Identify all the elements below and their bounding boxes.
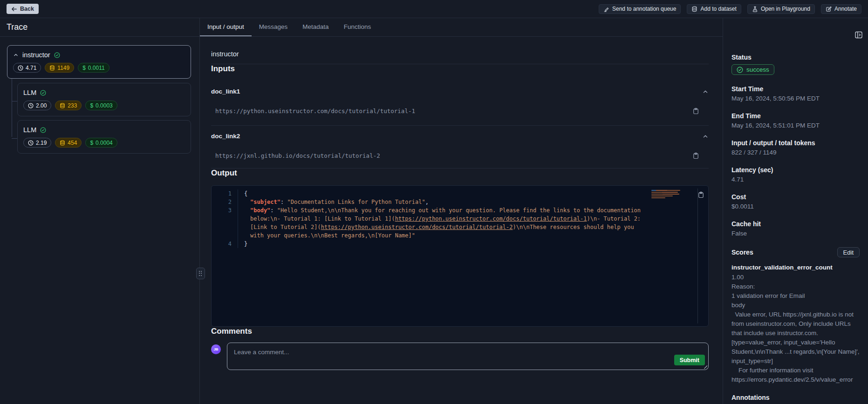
annotation-queue-icon [603,6,609,12]
panel-field-label: Cost [731,193,860,201]
trace-span-llm-2[interactable]: LLM 2.19 454 [17,120,191,154]
edit-scores-button[interactable]: Edit [837,247,860,257]
panel-fields: Start TimeMay 16, 2024, 5:50:56 PM EDTEn… [731,85,860,237]
span-badges: 2.00 233 $ 0.0003 [23,101,185,110]
code-text: } [238,240,247,248]
action-label: Send to annotation queue [612,6,676,12]
flask-icon [752,6,758,12]
latency-badge: 4.71 [13,63,41,73]
collapse-panel-icon[interactable] [854,31,863,39]
panel-field-label: Input / output / total tokens [731,139,860,147]
panel-field-value: 822 / 327 / 1149 [731,149,860,156]
score-reason-label: Reason: [731,282,860,291]
tokens-badge: 454 [55,138,82,148]
input-field-doc-link2: doc_link2 [211,133,709,140]
code-text: "subject": "Documentation Links for Pyth… [238,198,429,206]
panel-field-value: False [731,230,860,237]
copy-icon[interactable] [697,191,704,198]
chevron-up-icon[interactable] [13,52,19,58]
success-check-icon [40,127,46,133]
back-button-label: Back [20,6,34,12]
input-field-value-row: https://python.useinstructor.com/docs/tu… [211,108,709,114]
annotate-icon [826,6,832,12]
run-title: instructor [211,50,709,58]
status-label: Status [731,54,860,61]
panel-field-value: May 16, 2024, 5:51:01 PM EDT [731,122,860,129]
clock-icon [28,103,34,108]
database-icon [60,140,65,146]
comments-heading: Comments [211,327,709,336]
success-check-icon [40,90,46,96]
score-reason-text: 1 validation error for Email body Value … [731,291,860,384]
span-badges: 4.71 1149 $ 0.0011 [13,63,185,73]
collapse-chevron-up-icon[interactable] [702,133,709,140]
inputs-heading: Inputs [211,64,709,74]
database-icon [691,6,697,12]
span-name: LLM [23,89,36,96]
clock-icon [18,65,23,71]
tab-messages[interactable]: Messages [252,18,295,36]
panel-field: Start TimeMay 16, 2024, 5:50:56 PM EDT [731,85,860,102]
input-field-value: https://python.useinstructor.com/docs/tu… [211,108,415,114]
input-field-label: doc_link1 [211,88,240,95]
output-heading: Output [211,168,709,178]
trace-span-llm-1[interactable]: LLM 2.00 233 [17,83,191,116]
cost-badge: $ 0.0011 [78,63,109,73]
trace-span-instructor[interactable]: instructor 4.71 1149 [7,45,191,79]
span-header: instructor [13,51,185,59]
tab-metadata[interactable]: Metadata [295,18,336,36]
database-icon [49,65,55,71]
annotate-button[interactable]: Annotate [821,4,861,14]
code-token: : [270,207,277,214]
status-field: Status success [731,54,860,75]
sidebar-resize-handle[interactable] [196,268,205,279]
dollar-icon: $ [82,65,86,71]
panel-field-label: End Time [731,112,860,120]
send-to-annotation-queue-button[interactable]: Send to annotation queue [599,4,681,14]
action-label: Add to dataset [700,6,736,12]
database-icon [60,103,65,108]
collapse-chevron-up-icon[interactable] [702,88,709,95]
code-text: "body": "Hello Student,\n\nThank you for… [238,206,644,240]
status-value: success [746,66,769,73]
code-line-number: 3 [212,206,238,240]
cost-value: 0.0003 [96,102,113,109]
status-badge: success [731,64,774,75]
comment-input[interactable] [227,343,708,370]
latency-value: 2.19 [36,140,47,146]
open-in-playground-button[interactable]: Open in Playground [747,4,815,14]
top-bar: Back Send to annotation queue Add to dat… [0,0,868,18]
panel-field: Latency (sec)4.71 [731,166,860,183]
input-field-label: doc_link2 [211,133,240,140]
cost-badge: $ 0.0004 [85,138,117,148]
code-token: , [425,199,429,205]
score-value: 1.00 [731,273,860,282]
user-avatar: JB [211,344,221,354]
tab-input-output[interactable]: Input / output [200,18,252,36]
code-line: 3"body": "Hello Student,\n\nThank you fo… [212,206,708,240]
add-to-dataset-button[interactable]: Add to dataset [687,4,741,14]
tokens-badge: 233 [55,101,82,110]
tab-functions[interactable]: Functions [336,18,379,36]
code-line: 1{ [212,189,708,198]
copy-icon[interactable] [692,152,699,159]
grip-dots-icon [199,271,203,276]
span-badges: 2.19 454 $ 0.0004 [23,138,185,148]
trace-tree: instructor 4.71 1149 [0,37,199,154]
submit-comment-button[interactable]: Submit [674,355,705,365]
dollar-icon: $ [90,140,93,146]
panel-field-label: Start Time [731,85,860,93]
code-token: "subject" [250,199,280,205]
code-token: : [280,199,287,205]
code-token: https://python.useinstructor.com/docs/tu… [321,224,513,230]
back-button[interactable]: Back [7,4,39,14]
output-code-editor[interactable]: 1{2"subject": "Documentation Links for P… [211,185,709,327]
arrow-left-icon [11,6,17,12]
trace-sidebar: Trace instructor [0,18,200,404]
copy-icon[interactable] [692,108,699,114]
score-name: instructor_validation_error_count [731,264,860,271]
code-line: 2"subject": "Documentation Links for Pyt… [212,198,708,206]
code-lines: 1{2"subject": "Documentation Links for P… [212,189,708,248]
code-line-number: 1 [212,189,238,198]
trace-detail-page: Back Send to annotation queue Add to dat… [0,0,868,404]
